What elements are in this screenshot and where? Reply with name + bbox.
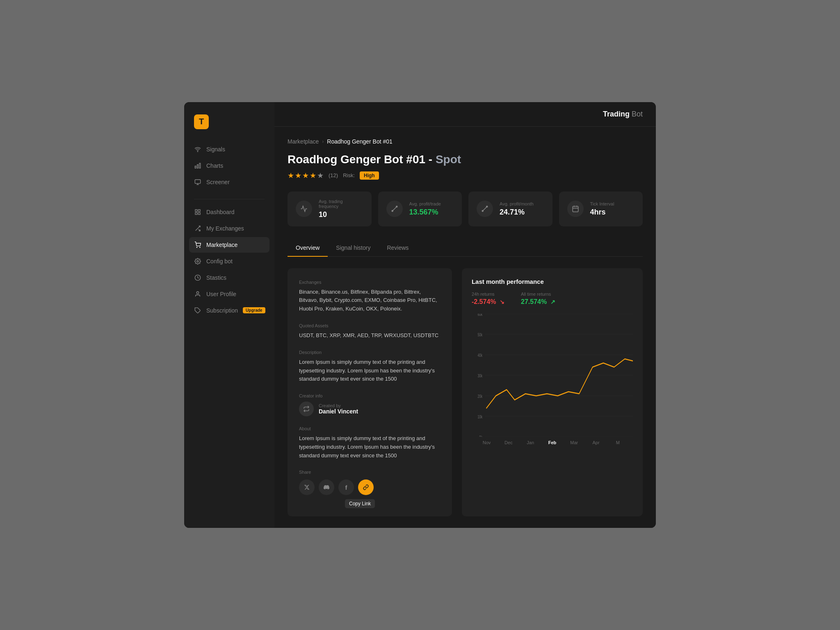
sidebar-item-label-charts: Charts [206,162,223,169]
chart-x-label-apr: Apr [585,440,607,445]
star-3: ★ [302,171,309,180]
stat-card-trading-freq: Avg. trading frequency 10 [288,192,372,226]
tag-icon [194,307,201,314]
page-title: Roadhog Genger Bot #01 - Spot [288,153,643,166]
sidebar-section-top: Signals Charts Screener [184,142,274,191]
svg-rect-10 [198,212,200,215]
chart-svg: 60k 50k 40k 30k 20k 10k 0k [472,314,633,437]
about-value: Lorem Ipsum is simply dummy text of the … [299,434,441,460]
sidebar-item-label-marketplace: Marketplace [206,242,237,248]
svg-rect-9 [195,212,197,215]
sidebar-logo: T [184,110,274,142]
star-5: ★ [317,171,324,180]
sidebar-item-screener[interactable]: Screener [189,174,269,190]
activity-icon [296,201,312,217]
sidebar-item-label-stastics: Stastics [206,274,226,281]
chart-stat-alltime-label: All time returns [521,292,555,297]
stat-label-profit-month: Avg. profit/month [500,201,534,206]
risk-label: Risk: [343,172,355,178]
user-icon [194,290,201,298]
svg-text:0k: 0k [479,435,483,436]
star-2: ★ [295,171,301,180]
logo-icon: T [194,114,209,129]
breadcrumb-current: Roadhog Genger Bot #01 [327,138,393,145]
sidebar-item-label-screener: Screener [206,179,230,185]
monitor-icon [194,178,201,186]
tab-reviews[interactable]: Reviews [379,240,417,257]
creator-row: Created by Daniel Vincent [299,402,441,416]
creator-info: Created by Daniel Vincent [319,403,358,415]
sidebar-item-dashboard[interactable]: Dashboard [189,204,269,220]
svg-rect-8 [198,210,200,212]
sidebar-item-my-exchanges[interactable]: My Exchanges [189,221,269,236]
svg-rect-7 [195,210,197,212]
chart-stat-24h-label: 24h returns [472,292,504,297]
stat-value-tick-interval: 4hrs [590,208,614,217]
clock-icon [194,274,201,281]
chart-x-label-feb: Feb [541,440,563,445]
bar-chart-icon [194,162,201,169]
sidebar-item-label-signals: Signals [206,146,225,153]
sidebar-item-label-user-profile: User Profile [206,291,236,297]
stat-value-profit-month: 24.71% [500,208,534,217]
chart-x-label-m: M [607,440,629,445]
share-label: Share [299,470,441,475]
chart-stat-alltime: All time returns 27.574% ↗ [521,292,555,306]
sidebar-item-config-bot[interactable]: Config bot [189,253,269,269]
tab-signal-history[interactable]: Signal history [328,240,379,257]
svg-text:10k: 10k [478,414,483,419]
sidebar-item-signals[interactable]: Signals [189,142,269,157]
star-1: ★ [288,171,294,180]
svg-point-17 [196,292,199,294]
sidebar-item-user-profile[interactable]: User Profile [189,286,269,302]
bot-type: Spot [436,153,461,166]
svg-rect-3 [195,166,196,168]
topbar: Trading Bot [274,102,656,127]
sidebar-item-subscription[interactable]: Subscription Upgrade [189,303,269,318]
chart-stat-24h: 24h returns -2.574% ↘ [472,292,504,306]
description-section: Description Lorem Ipsum is simply dummy … [299,350,441,383]
chart-stats: 24h returns -2.574% ↘ All time returns 2… [472,292,633,306]
description-value: Lorem Ipsum is simply dummy text of the … [299,358,441,383]
quoted-assets-label: Quoted Assets [299,323,441,328]
sidebar-item-label-dashboard: Dashboard [206,209,235,215]
calendar-icon [567,201,584,217]
stat-card-tick-interval: Tick Interval 4hrs [559,192,643,226]
sidebar-section-bottom: Dashboard My Exchanges Marketplace Confi… [184,204,274,319]
description-label: Description [299,350,441,355]
tab-overview[interactable]: Overview [288,240,328,257]
discord-share-button[interactable] [319,479,334,495]
copy-link-button[interactable] [358,479,374,495]
chart-stat-alltime-value: 27.574% ↗ [521,298,555,306]
settings-icon [194,258,201,265]
star-rating: ★ ★ ★ ★ ★ [288,171,324,180]
app-title: Trading Bot [603,110,643,119]
exchanges-label: Exchanges [299,280,441,285]
quoted-assets-value: USDT, BTC, XRP, XMR, AED, TRP, WRXUSDT, … [299,331,441,340]
sidebar-item-label-my-exchanges: My Exchanges [206,225,244,232]
stat-info-tick-interval: Tick Interval 4hrs [590,201,614,217]
sidebar-item-stastics[interactable]: Stastics [189,270,269,285]
created-by-label: Created by [319,403,358,408]
risk-badge: High [360,171,379,180]
svg-point-14 [200,247,200,247]
svg-rect-4 [195,180,200,183]
svg-rect-1 [199,163,201,168]
breadcrumb-parent[interactable]: Marketplace [288,138,319,145]
sidebar-item-marketplace[interactable]: Marketplace [189,237,269,253]
sidebar-item-charts[interactable]: Charts [189,158,269,173]
tabs: Overview Signal history Reviews [288,240,643,257]
svg-point-0 [197,151,198,151]
stat-value-trading-freq: 10 [319,210,363,219]
stat-info-profit-month: Avg. profit/month 24.71% [500,201,534,217]
facebook-share-button[interactable]: f [338,479,354,495]
share-section: Share f Copy Link [299,470,441,495]
twitter-share-button[interactable] [299,479,315,495]
chart-panel: Last month performance 24h returns -2.57… [462,268,643,517]
stats-row: Avg. trading frequency 10 Avg. profit/tr… [288,192,643,226]
sidebar-item-label-config-bot: Config bot [206,258,233,265]
breadcrumb-separator: › [322,139,324,144]
chart-stat-24h-value: -2.574% ↘ [472,298,504,306]
sidebar: T Signals Charts Screener [184,102,274,528]
svg-rect-25 [573,206,578,212]
